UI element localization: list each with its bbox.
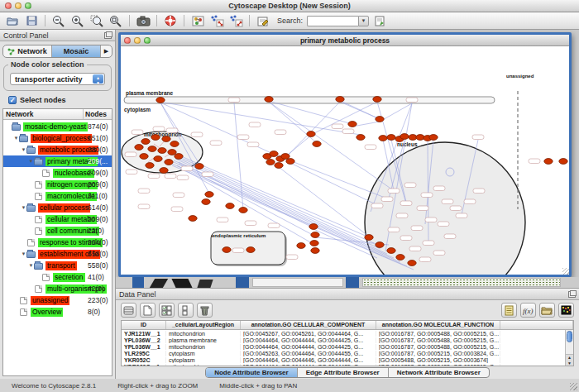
matrix-view-button[interactable]: [558, 303, 574, 318]
tree-row[interactable]: response to stimulu264(0): [3, 237, 112, 248]
save-session-button[interactable]: [23, 14, 40, 28]
network-node[interactable]: [408, 261, 416, 266]
tree-row[interactable]: ▼establishment of lo558(0): [3, 248, 112, 260]
network-node[interactable]: [223, 247, 231, 253]
network-node[interactable]: [239, 208, 247, 213]
network-node[interactable]: [429, 135, 438, 141]
open-session-button[interactable]: [4, 14, 21, 28]
network-node[interactable]: [156, 98, 165, 103]
network-node[interactable]: [151, 135, 160, 141]
tree-row[interactable]: mosaic-demo-yeast874(0): [3, 121, 112, 132]
search-dropdown-button[interactable]: ▼: [358, 16, 369, 26]
window-resize-grip[interactable]: [570, 383, 577, 390]
tab-mosaic[interactable]: Mosaic: [52, 45, 101, 57]
network-node[interactable]: [376, 117, 384, 122]
network-node[interactable]: [376, 242, 384, 248]
network-node[interactable]: [275, 163, 283, 169]
tab-node-attribute-browser[interactable]: Node Attribute Browser: [206, 368, 298, 377]
tree-row[interactable]: unassigned223(0): [3, 294, 112, 306]
network-node[interactable]: [356, 135, 365, 141]
network-node[interactable]: [160, 168, 168, 174]
network-node[interactable]: [165, 160, 173, 165]
network-node[interactable]: [246, 247, 255, 253]
network-node[interactable]: [311, 232, 319, 238]
network-node[interactable]: [175, 154, 183, 160]
tree-row[interactable]: ▼metabolic process280(0): [3, 144, 112, 155]
network-node[interactable]: [365, 235, 373, 241]
scrollbar-arrows[interactable]: ▲▼: [566, 354, 573, 366]
network-node[interactable]: [266, 160, 275, 165]
new-attribute-button[interactable]: [140, 303, 156, 318]
network-node[interactable]: [286, 159, 294, 165]
network-node[interactable]: [309, 224, 318, 230]
network-node[interactable]: [307, 131, 315, 137]
network-node[interactable]: [400, 134, 409, 140]
table-column-header[interactable]: _cellularLayoutRegion: [166, 321, 241, 329]
expand-arrow-icon[interactable]: ▼: [21, 205, 26, 210]
network-canvas[interactable]: plasma membranecytoplasmmitochondrionnuc…: [121, 46, 569, 275]
tree-row[interactable]: nucleobase-209(0): [3, 167, 112, 179]
zoom-out-button[interactable]: [50, 14, 67, 28]
network-node[interactable]: [170, 141, 179, 147]
network-node[interactable]: [310, 241, 318, 246]
tree-row[interactable]: cell communicat22(0): [3, 225, 112, 237]
network-node[interactable]: [162, 136, 170, 142]
tree-row[interactable]: Overview8(0): [3, 306, 112, 318]
network-node[interactable]: [265, 97, 273, 103]
table-scrollbar[interactable]: ▲▼: [565, 330, 573, 366]
annotation-button[interactable]: [255, 14, 271, 28]
network-node[interactable]: [387, 135, 395, 141]
tab-network[interactable]: Network: [3, 45, 52, 57]
expand-arrow-icon[interactable]: ▼: [13, 136, 19, 141]
network-node[interactable]: [205, 192, 213, 198]
vizmapper-button[interactable]: [189, 14, 206, 28]
node-color-dropdown[interactable]: transporter activity ▲▼: [10, 73, 105, 85]
table-column-header[interactable]: [500, 321, 573, 329]
network-node[interactable]: [396, 255, 404, 261]
table-row[interactable]: YJR121W__1mitochondrion[GO:0045267, GO:0…: [122, 330, 573, 337]
tree-row[interactable]: macromolecule311(0): [3, 190, 112, 202]
expand-arrow-icon[interactable]: ▼: [21, 251, 26, 256]
tab-overflow-button[interactable]: ▶: [101, 45, 112, 57]
network-window-titlebar[interactable]: primary metabolic process: [121, 35, 569, 46]
select-nodes-checkbox[interactable]: ✓: [8, 96, 17, 104]
tab-network-attribute-browser[interactable]: Network Attribute Browser: [389, 368, 489, 377]
network-node[interactable]: [297, 243, 305, 249]
table-column-header[interactable]: ID: [122, 321, 166, 329]
network-node[interactable]: [226, 203, 234, 209]
unselect-attributes-button[interactable]: [178, 303, 194, 318]
search-options-button[interactable]: [371, 14, 388, 28]
tree-row[interactable]: multi-organism pro42(0): [3, 283, 112, 294]
network-node[interactable]: [387, 248, 395, 254]
select-attributes-button[interactable]: [159, 303, 175, 318]
table-row[interactable]: YKR052Ccytoplasm[GO:0044464, GO:0044446,…: [122, 356, 573, 363]
expand-arrow-icon[interactable]: ▼: [28, 159, 34, 164]
tree-row[interactable]: ▼transport558(0): [3, 260, 112, 271]
search-input[interactable]: [307, 16, 358, 26]
expand-arrow-icon[interactable]: ▼: [21, 147, 26, 152]
network-node[interactable]: [189, 216, 197, 222]
table-row[interactable]: YDR039C__1mitochondrion[GO:0044464, GO:0…: [122, 363, 573, 366]
network-node[interactable]: [379, 136, 387, 141]
network-node[interactable]: [336, 97, 344, 103]
attribute-notes-button[interactable]: [501, 303, 517, 318]
tree-row[interactable]: cellular metabo209(0): [3, 213, 112, 225]
tree-row[interactable]: ▼cellular process614(0): [3, 202, 112, 213]
network-node[interactable]: [148, 146, 156, 152]
network-node[interactable]: [313, 141, 321, 147]
import-attributes-button[interactable]: [539, 303, 555, 318]
tree-row[interactable]: ▼primary metabo209(...: [3, 155, 112, 167]
network-node[interactable]: [140, 154, 148, 160]
network-node[interactable]: [348, 122, 356, 127]
network-node[interactable]: [270, 151, 278, 157]
union-networks-button[interactable]: [227, 14, 244, 28]
table-row[interactable]: YPL036W__2plasma membrane[GO:0044464, GO…: [122, 337, 573, 343]
function-builder-button[interactable]: f(x): [520, 303, 536, 318]
table-column-header[interactable]: annotation.GO CELLULAR_COMPONENT: [241, 321, 376, 329]
snapshot-button[interactable]: [135, 14, 151, 28]
help-button[interactable]: [162, 14, 179, 28]
scrollbar-thumb[interactable]: [567, 331, 572, 342]
zoom-selected-button[interactable]: [89, 14, 105, 28]
network-node[interactable]: [559, 159, 567, 165]
network-node[interactable]: [195, 164, 203, 170]
